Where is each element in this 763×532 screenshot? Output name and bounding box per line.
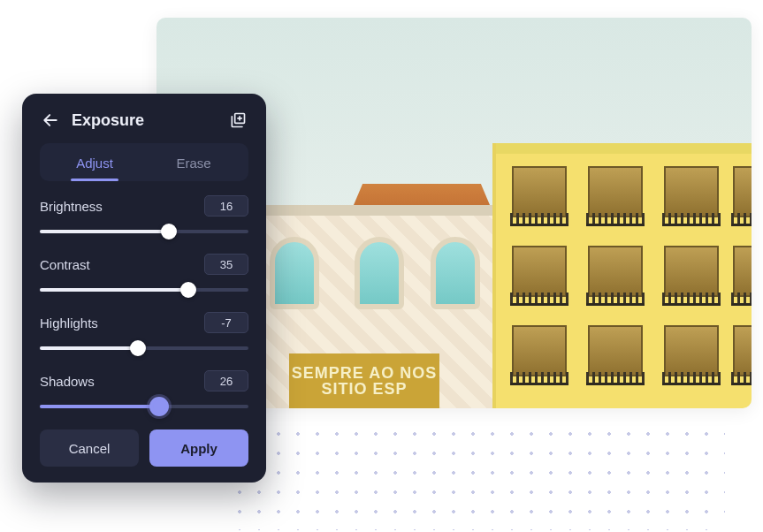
- slider-brightness[interactable]: [40, 224, 248, 239]
- back-button[interactable]: [40, 110, 61, 131]
- control-highlights: Highlights -7: [40, 312, 248, 356]
- slider-fill: [40, 288, 188, 292]
- control-label: Brightness: [40, 199, 103, 214]
- slider-fill: [40, 346, 138, 350]
- slider-thumb[interactable]: [161, 224, 177, 239]
- control-label: Shadows: [40, 374, 95, 389]
- control-value[interactable]: -7: [204, 312, 248, 333]
- control-shadows: Shadows 26: [40, 370, 248, 414]
- dot-pattern-background: [230, 424, 725, 530]
- slider-thumb[interactable]: [130, 340, 146, 356]
- layers-icon: [229, 111, 247, 129]
- tab-label: Adjust: [76, 156, 113, 171]
- slider-thumb[interactable]: [180, 282, 196, 298]
- tab-erase[interactable]: Erase: [144, 147, 243, 181]
- back-arrow-icon: [42, 111, 59, 129]
- slider-fill: [40, 405, 159, 408]
- control-label: Highlights: [40, 315, 98, 331]
- slider-contrast[interactable]: [40, 282, 248, 298]
- control-label: Contrast: [40, 257, 90, 272]
- slider-thumb[interactable]: [149, 397, 169, 416]
- cancel-button[interactable]: Cancel: [40, 429, 139, 467]
- slider-fill: [40, 230, 169, 233]
- image-sign-text: SEMPRE AO NOS SITIO ESP: [289, 353, 439, 408]
- panel-header: Exposure: [40, 110, 248, 131]
- exposure-panel: Exposure Adjust Erase Brightness 16: [22, 94, 266, 483]
- layers-button[interactable]: [227, 110, 248, 131]
- tab-label: Erase: [176, 156, 210, 171]
- button-label: Apply: [180, 441, 217, 456]
- slider-shadows[interactable]: [40, 399, 248, 414]
- control-value[interactable]: 26: [204, 370, 248, 391]
- panel-buttons: Cancel Apply: [40, 429, 248, 467]
- control-value[interactable]: 16: [204, 195, 248, 217]
- image-building-right: [492, 143, 752, 408]
- button-label: Cancel: [69, 441, 111, 456]
- apply-button[interactable]: Apply: [149, 429, 248, 467]
- sliders-group: Brightness 16 Contrast 35 Highlights: [40, 195, 248, 417]
- control-brightness: Brightness 16: [40, 195, 248, 239]
- control-contrast: Contrast 35: [40, 254, 248, 298]
- slider-highlights[interactable]: [40, 340, 248, 356]
- tabs-container: Adjust Erase: [40, 143, 248, 181]
- tab-adjust[interactable]: Adjust: [45, 147, 144, 181]
- control-value[interactable]: 35: [204, 254, 248, 275]
- panel-title: Exposure: [72, 111, 217, 130]
